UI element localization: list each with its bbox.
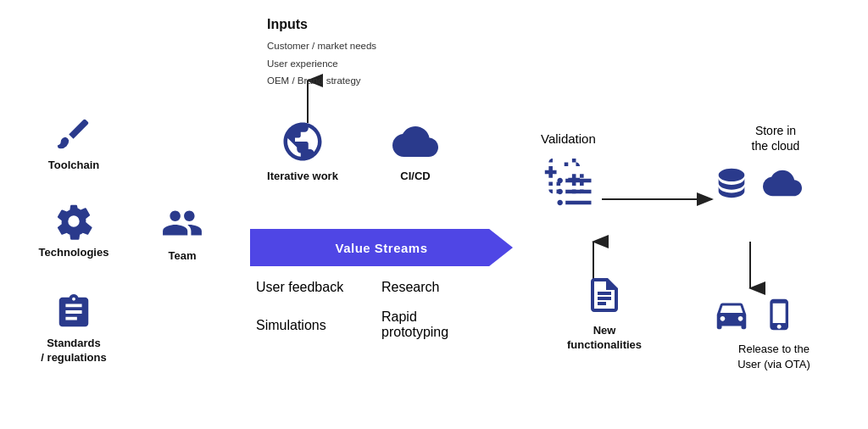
inputs-title: Inputs	[267, 17, 376, 32]
checklist-icon	[549, 170, 600, 214]
standards-block: Standards/ regulations	[19, 292, 129, 365]
inputs-section: Inputs Customer / market needs User expe…	[267, 17, 376, 90]
iterative-icon	[280, 119, 326, 164]
simulations-label: Simulations	[256, 318, 326, 332]
new-func-icon	[584, 271, 625, 319]
team-icon	[161, 202, 203, 244]
store-icons-row	[712, 164, 802, 203]
value-streams-arrow: Value Streams	[250, 229, 513, 266]
iterative-block: Iterative work	[256, 119, 349, 184]
research-block: Research	[381, 280, 439, 295]
user-feedback-block: User feedback	[256, 280, 343, 295]
team-block: Team	[140, 202, 225, 264]
toolchain-label: Toolchain	[48, 159, 99, 173]
validation-label: Validation	[541, 131, 651, 146]
iterative-label: Iterative work	[267, 170, 338, 184]
standards-icon	[54, 292, 93, 332]
phone-icon	[763, 295, 797, 334]
rapid-label: Rapidprototyping	[381, 309, 448, 339]
release-label-area: Release to theUser (via OTA)	[702, 341, 846, 371]
cloud-icon	[763, 164, 802, 203]
technologies-icon	[54, 202, 93, 241]
car-icon	[712, 295, 751, 334]
team-label: Team	[169, 249, 197, 264]
database-icon	[712, 164, 751, 203]
rapid-block: Rapidprototyping	[381, 309, 448, 340]
user-feedback-label: User feedback	[256, 280, 343, 294]
research-label: Research	[381, 280, 439, 294]
store-label: Store inthe cloud	[752, 124, 800, 153]
validation-icon-area	[549, 170, 600, 217]
technologies-label: Technologies	[39, 246, 109, 260]
technologies-block: Technologies	[27, 202, 120, 260]
new-func-label: Newfunctionalities	[567, 324, 642, 353]
cicd-label: CI/CD	[400, 170, 430, 184]
simulations-block: Simulations	[256, 318, 326, 333]
release-label: Release to theUser (via OTA)	[737, 343, 810, 370]
standards-label: Standards/ regulations	[41, 337, 106, 365]
cicd-icon	[392, 119, 438, 164]
value-streams-label: Value Streams	[335, 241, 427, 255]
inputs-item-3: OEM / Brand strategy	[267, 72, 376, 90]
release-icons-row	[712, 295, 797, 334]
inputs-item-1: Customer / market needs	[267, 37, 376, 55]
page: Inputs Customer / market needs User expe…	[0, 0, 868, 429]
value-streams-container: Value Streams	[250, 229, 513, 266]
inputs-item-2: User experience	[267, 55, 376, 73]
toolchain-block: Toolchain	[27, 114, 120, 173]
inputs-list: Customer / market needs User experience …	[267, 37, 376, 90]
cicd-block: CI/CD	[377, 119, 453, 184]
new-func-block: Newfunctionalities	[549, 271, 659, 353]
toolchain-icon	[54, 114, 93, 153]
store-title-area: Store inthe cloud	[712, 123, 839, 153]
